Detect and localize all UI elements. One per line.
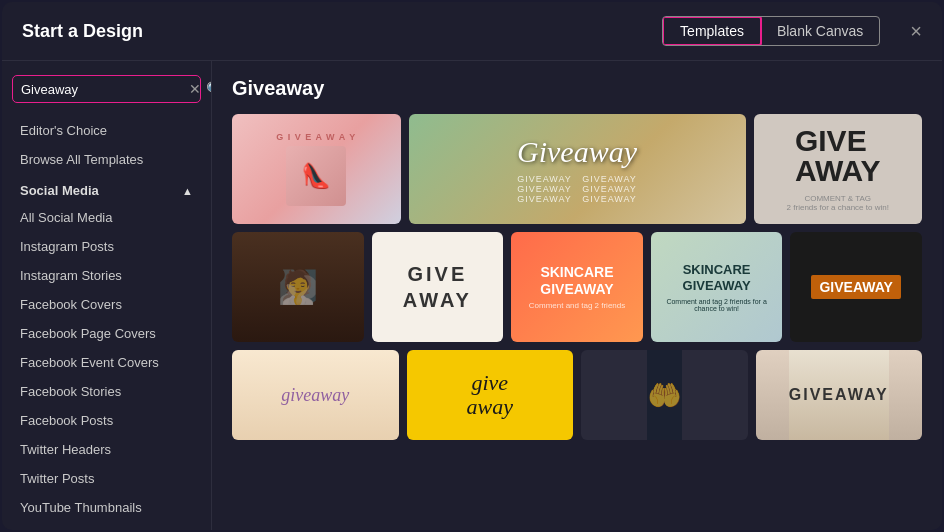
sidebar-item-youtube-channel-art[interactable]: YouTube Channel Art <box>12 523 201 530</box>
template-card[interactable]: 🤲 <box>581 350 748 440</box>
template-card[interactable]: GIVEAWAY <box>790 232 922 342</box>
sidebar-item-twitter-headers[interactable]: Twitter Headers <box>12 436 201 463</box>
sidebar-item-facebook-covers[interactable]: Facebook Covers <box>12 291 201 318</box>
sidebar-item-twitter-posts[interactable]: Twitter Posts <box>12 465 201 492</box>
tab-blank-canvas[interactable]: Blank Canvas <box>761 17 879 45</box>
sidebar-item-youtube-thumbnails[interactable]: YouTube Thumbnails <box>12 494 201 521</box>
template-card[interactable]: GIVEAWAY COMMENT & TAG2 friends for a ch… <box>754 114 923 224</box>
sidebar-item-facebook-page-covers[interactable]: Facebook Page Covers <box>12 320 201 347</box>
template-row-1: G I V E A W A Y 👠 Giveaway GIVEAWAY GIVE… <box>232 114 922 224</box>
sidebar-item-editors-choice[interactable]: Editor's Choice <box>12 117 201 144</box>
modal: Start a Design Templates Blank Canvas × … <box>2 2 942 530</box>
modal-body: ✕ 🔍 Editor's Choice Browse All Templates… <box>2 61 942 530</box>
sidebar-section-social-media[interactable]: Social Media ▲ <box>12 175 201 202</box>
tab-group: Templates Blank Canvas <box>662 16 880 46</box>
sidebar-item-facebook-event-covers[interactable]: Facebook Event Covers <box>12 349 201 376</box>
sidebar-section-label: Social Media <box>20 183 99 198</box>
template-card[interactable]: GIVEAWAY <box>756 350 923 440</box>
sidebar-item-instagram-stories[interactable]: Instagram Stories <box>12 262 201 289</box>
sidebar-item-all-social-media[interactable]: All Social Media <box>12 204 201 231</box>
template-card[interactable]: Giveaway GIVEAWAY GIVEAWAYGIVEAWAY GIVEA… <box>409 114 746 224</box>
close-button[interactable]: × <box>910 21 922 41</box>
modal-title: Start a Design <box>22 21 143 42</box>
sidebar-item-facebook-stories[interactable]: Facebook Stories <box>12 378 201 405</box>
search-input[interactable] <box>21 82 189 97</box>
template-card[interactable]: SKINCAREGIVEAWAY Comment and tag 2 frien… <box>511 232 643 342</box>
template-card[interactable]: G I V E A W A Y 👠 <box>232 114 401 224</box>
content-area: Giveaway G I V E A W A Y 👠 Giveaway <box>212 61 942 530</box>
template-card[interactable]: giveaway <box>407 350 574 440</box>
template-card[interactable]: 🧖 <box>232 232 364 342</box>
template-row-2: 🧖 GIVEAWAY SKINCAREGIVEAWAY Comment and … <box>232 232 922 342</box>
tab-templates[interactable]: Templates <box>662 16 762 46</box>
modal-header: Start a Design Templates Blank Canvas × <box>2 2 942 61</box>
sidebar-item-browse-all[interactable]: Browse All Templates <box>12 146 201 173</box>
template-card[interactable]: GIVEAWAY <box>372 232 504 342</box>
chevron-up-icon: ▲ <box>182 185 193 197</box>
sidebar: ✕ 🔍 Editor's Choice Browse All Templates… <box>2 61 212 530</box>
sidebar-item-instagram-posts[interactable]: Instagram Posts <box>12 233 201 260</box>
content-title: Giveaway <box>232 77 922 100</box>
template-card[interactable]: SKINCAREGIVEAWAY Comment and tag 2 frien… <box>651 232 783 342</box>
sidebar-item-facebook-posts[interactable]: Facebook Posts <box>12 407 201 434</box>
search-clear-icon[interactable]: ✕ <box>189 81 201 97</box>
template-card[interactable]: giveaway <box>232 350 399 440</box>
template-row-3: giveaway giveaway 🤲 <box>232 350 922 440</box>
search-box[interactable]: ✕ 🔍 <box>12 75 201 103</box>
